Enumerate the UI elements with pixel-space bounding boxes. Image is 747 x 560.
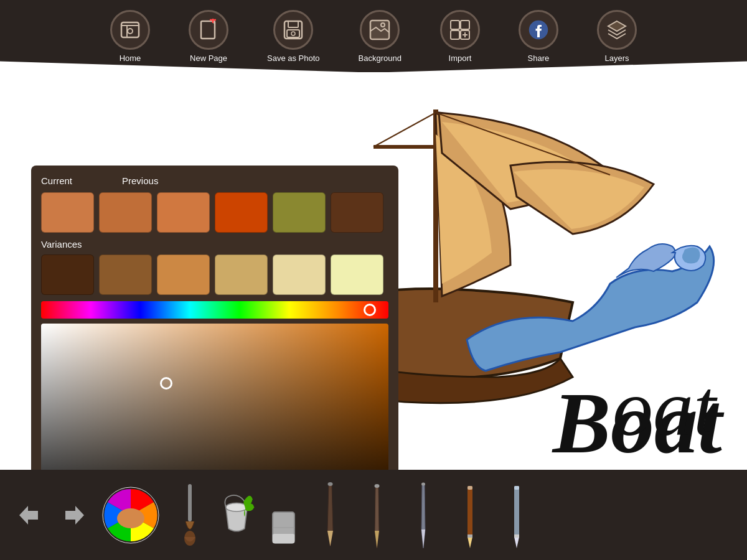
decorative-oat: oat bbox=[613, 367, 716, 448]
pen-tool-dark-visual bbox=[311, 481, 349, 549]
save-photo-icon bbox=[273, 10, 313, 50]
svg-rect-15 bbox=[451, 21, 459, 29]
pen-tool-dark[interactable] bbox=[311, 481, 349, 549]
svg-rect-43 bbox=[514, 486, 519, 490]
pen-tool-medium[interactable] bbox=[358, 481, 395, 549]
svg-rect-39 bbox=[467, 486, 472, 537]
background-button[interactable]: Background bbox=[349, 5, 411, 68]
svg-point-3 bbox=[128, 29, 133, 34]
svg-rect-0 bbox=[121, 22, 139, 37]
pencil-tool-brown-visual bbox=[451, 481, 489, 549]
previous-label: Previous bbox=[122, 175, 158, 186]
svg-marker-27 bbox=[65, 506, 84, 525]
svg-point-37 bbox=[374, 484, 379, 488]
variance-swatch-5[interactable] bbox=[273, 254, 326, 295]
variances-label: Variances bbox=[41, 239, 388, 250]
swatch-prev-5[interactable] bbox=[331, 192, 383, 233]
svg-rect-44 bbox=[514, 534, 519, 538]
import-button[interactable]: Import bbox=[430, 5, 490, 68]
top-toolbar: Home New Page Save as Photo bbox=[0, 0, 747, 72]
variance-swatch-1[interactable] bbox=[41, 254, 94, 295]
eraser-tool[interactable] bbox=[265, 481, 302, 549]
fill-tool-visual bbox=[218, 481, 255, 549]
new-page-label: New Page bbox=[190, 54, 227, 63]
save-photo-label: Save as Photo bbox=[267, 54, 320, 63]
swatch-prev-4[interactable] bbox=[273, 192, 326, 233]
svg-point-38 bbox=[421, 482, 425, 485]
svg-point-11 bbox=[291, 32, 295, 35]
color-wheel-button[interactable] bbox=[100, 484, 162, 546]
svg-rect-16 bbox=[461, 21, 469, 29]
variance-swatch-6[interactable] bbox=[331, 254, 383, 295]
pen-tool-thin-visual bbox=[405, 481, 442, 549]
color-picker-panel: Current Previous Variances bbox=[31, 166, 398, 485]
svg-rect-41 bbox=[467, 534, 472, 538]
svg-rect-9 bbox=[288, 21, 298, 27]
svg-rect-10 bbox=[287, 30, 299, 37]
color-section-header: Current Previous bbox=[41, 175, 388, 186]
hue-handle[interactable] bbox=[364, 304, 376, 316]
share-label: Share bbox=[528, 54, 550, 63]
home-icon bbox=[110, 10, 150, 50]
pencil-tool-grey-visual bbox=[498, 481, 535, 549]
color-picker-handle[interactable] bbox=[160, 377, 172, 390]
pencil-tool-brown[interactable] bbox=[451, 481, 489, 549]
svg-point-36 bbox=[327, 482, 332, 486]
swatch-prev-1[interactable] bbox=[99, 192, 152, 233]
svg-rect-30 bbox=[188, 484, 192, 521]
svg-rect-42 bbox=[514, 486, 519, 537]
svg-rect-40 bbox=[467, 486, 472, 490]
new-page-button[interactable]: New Page bbox=[179, 5, 238, 68]
pen-tool-medium-visual bbox=[358, 481, 395, 549]
layers-icon bbox=[597, 10, 637, 50]
saturation-brightness-picker[interactable] bbox=[41, 324, 388, 485]
svg-rect-17 bbox=[451, 30, 459, 39]
canvas-area[interactable]: Boat B oat Current Previous Variances bbox=[0, 72, 747, 485]
share-button[interactable]: Share bbox=[509, 5, 568, 68]
undo-button[interactable] bbox=[12, 498, 47, 532]
svg-point-29 bbox=[117, 508, 144, 528]
background-label: Background bbox=[359, 54, 402, 63]
background-icon bbox=[360, 10, 400, 50]
brush-tool[interactable] bbox=[171, 481, 209, 549]
redo-button[interactable] bbox=[56, 498, 90, 532]
share-icon bbox=[519, 10, 558, 50]
svg-line-25 bbox=[374, 113, 436, 147]
new-page-icon bbox=[189, 10, 228, 50]
swatch-prev-3[interactable] bbox=[215, 192, 268, 233]
import-icon bbox=[440, 10, 480, 50]
svg-marker-26 bbox=[19, 506, 38, 525]
variance-swatch-2[interactable] bbox=[99, 254, 152, 295]
swatch-current[interactable] bbox=[41, 192, 94, 233]
home-label: Home bbox=[120, 54, 141, 63]
svg-rect-4 bbox=[201, 21, 215, 39]
variance-swatch-3[interactable] bbox=[157, 254, 210, 295]
brush-tool-visual bbox=[171, 481, 209, 549]
eraser-tool-visual bbox=[265, 481, 302, 549]
current-swatches-row bbox=[41, 192, 388, 233]
pencil-tool-grey[interactable] bbox=[498, 481, 535, 549]
hue-slider[interactable] bbox=[41, 301, 388, 319]
svg-rect-34 bbox=[273, 534, 294, 543]
swatch-prev-2[interactable] bbox=[157, 192, 210, 233]
layers-label: Layers bbox=[604, 54, 629, 63]
home-button[interactable]: Home bbox=[100, 5, 160, 68]
variance-swatches-row bbox=[41, 254, 388, 295]
current-label: Current bbox=[41, 175, 72, 186]
save-photo-button[interactable]: Save as Photo bbox=[257, 5, 330, 68]
fill-tool[interactable] bbox=[218, 481, 255, 549]
bottom-toolbar bbox=[0, 470, 747, 560]
layers-button[interactable]: Layers bbox=[587, 5, 647, 68]
import-label: Import bbox=[449, 54, 472, 63]
pen-tool-thin[interactable] bbox=[405, 481, 442, 549]
svg-point-32 bbox=[226, 503, 247, 511]
variance-swatch-4[interactable] bbox=[215, 254, 268, 295]
